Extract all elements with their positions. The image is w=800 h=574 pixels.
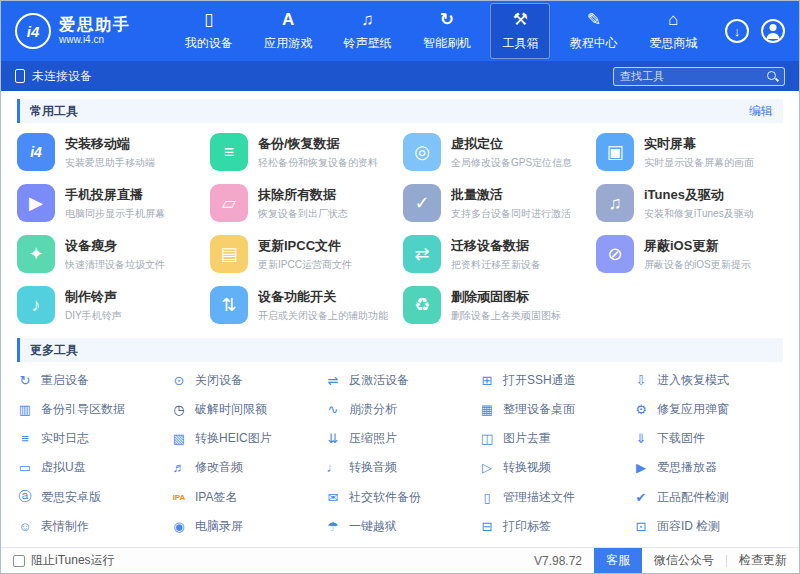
block-itunes-checkbox[interactable] [13,555,25,567]
nav-item-2[interactable]: A应用游戏 [252,3,324,59]
topbar-actions: ↓ [725,19,785,43]
more-tools-grid: ↻重启设备⊙关闭设备⇌反激活设备⊞打开SSH通道⇩进入恢复模式▥备份引导区数据◷… [1,362,799,539]
nav-item-4[interactable]: ↻智能刷机 [411,3,483,59]
tool-desc: 快速清理设备垃圾文件 [65,258,165,272]
nav-item-6[interactable]: ✎教程中心 [558,3,630,59]
emoji-maker-icon: ☺ [17,519,33,534]
more-tool-25[interactable]: ✔正品配件检测 [633,488,783,506]
more-tool-label: 反激活设备 [349,372,409,389]
nav-item-3[interactable]: ♫铃声壁纸 [332,3,404,59]
more-tool-8[interactable]: ∿崩溃分析 [325,401,475,418]
more-tool-label: 破解时间限额 [195,401,267,418]
tool-11[interactable]: ⇄迁移设备数据把资料迁移至新设备 [403,235,590,273]
deactivate-icon: ⇌ [325,373,341,388]
nav-toolbox-icon: ⚒ [513,10,528,30]
more-tool-22[interactable]: IPAIPA签名 [171,488,321,506]
more-tool-17[interactable]: ♬修改音频 [171,459,321,476]
more-tool-10[interactable]: ⚙修复应用弹窗 [633,401,783,418]
edit-link[interactable]: 编辑 [749,103,773,120]
search-icon[interactable] [767,71,778,82]
more-tool-21[interactable]: ⓐ爱思安卓版 [17,488,167,506]
virtual-usb-icon: ▭ [17,460,33,475]
more-tool-label: 备份引导区数据 [41,401,125,418]
tool-14[interactable]: ⇅设备功能开关开启或关闭设备上的辅助功能 [210,286,397,324]
search-input[interactable] [620,70,763,82]
android-icon: ⓐ [17,488,33,506]
more-tool-19[interactable]: ▷转换视频 [479,459,629,476]
tool-search [613,67,785,86]
more-tool-15[interactable]: ⇓下载固件 [633,430,783,447]
ringtone-note-icon: ♪ [17,286,55,324]
tool-1[interactable]: i4安装移动端安装爱思助手移动端 [17,133,204,171]
tool-12[interactable]: ⊘屏蔽iOS更新屏蔽设备的iOS更新提示 [596,235,783,273]
device-status[interactable]: 未连接设备 [15,68,92,85]
ssh-icon: ⊞ [479,373,495,388]
more-tool-label: 关闭设备 [195,372,243,389]
eraser-icon: ▱ [210,184,248,222]
status-bar: 阻止iTunes运行 V7.98.72 客服 微信公众号 检查更新 [1,547,799,573]
more-tool-2[interactable]: ⊙关闭设备 [171,372,321,389]
more-tool-9[interactable]: ▦整理设备桌面 [479,401,629,418]
tool-3[interactable]: ◎虚拟定位全局修改设备GPS定位信息 [403,133,590,171]
check-update-button[interactable]: 检查更新 [727,548,799,573]
nav-device-icon: ▯ [204,10,213,30]
tool-13[interactable]: ♪制作铃声DIY手机铃声 [17,286,204,324]
more-tool-30[interactable]: ⊡面容ID 检测 [633,518,783,535]
tool-title: 迁移设备数据 [451,237,541,255]
more-tool-label: 转换视频 [503,459,551,476]
device-status-label: 未连接设备 [32,68,92,85]
download-icon[interactable]: ↓ [725,19,749,43]
more-tool-14[interactable]: ◫图片去重 [479,430,629,447]
more-tool-18[interactable]: ♩转换音频 [325,459,475,476]
restart-icon: ↻ [17,373,33,388]
tool-desc: 恢复设备到出厂状态 [258,207,348,221]
tool-4[interactable]: ▣实时屏幕实时显示设备屏幕的画面 [596,133,783,171]
nav-item-7[interactable]: ⌂爱思商城 [637,3,709,59]
more-tool-label: 打开SSH通道 [503,372,576,389]
user-icon[interactable] [761,19,785,43]
more-tool-3[interactable]: ⇌反激活设备 [325,372,475,389]
more-tool-4[interactable]: ⊞打开SSH通道 [479,372,629,389]
nav-tutorial-icon: ✎ [587,10,601,30]
more-tool-13[interactable]: ⇊压缩照片 [325,430,475,447]
more-tool-5[interactable]: ⇩进入恢复模式 [633,372,783,389]
nav-item-1[interactable]: ▯我的设备 [173,3,245,59]
more-tool-label: 下载固件 [657,430,705,447]
block-itunes-label: 阻止iTunes运行 [31,552,115,569]
more-tool-29[interactable]: ⊟打印标签 [479,518,629,535]
tool-6[interactable]: ▱抹除所有数据恢复设备到出厂状态 [210,184,397,222]
more-tool-16[interactable]: ▭虚拟U盘 [17,459,167,476]
more-tool-11[interactable]: ≡实时日志 [17,430,167,447]
more-tool-27[interactable]: ◉电脑录屏 [171,518,321,535]
more-tool-7[interactable]: ◷破解时间限额 [171,401,321,418]
more-tool-26[interactable]: ☺表情制作 [17,518,167,535]
more-tool-label: IPA签名 [195,489,237,506]
more-tool-label: 面容ID 检测 [657,518,720,535]
tool-desc: 更新IPCC运营商文件 [258,258,352,272]
tool-8[interactable]: ♫iTunes及驱动安装和修复iTunes及驱动 [596,184,783,222]
more-tool-20[interactable]: ▶爱思播放器 [633,459,783,476]
more-tool-6[interactable]: ▥备份引导区数据 [17,401,167,418]
tool-10[interactable]: ▤更新IPCC文件更新IPCC运营商文件 [210,235,397,273]
tool-5[interactable]: ▶手机投屏直播电脑同步显示手机屏幕 [17,184,204,222]
jailbreak-icon: ☂ [325,519,341,534]
social-backup-icon: ✉ [325,490,341,505]
nav-item-5[interactable]: ⚒工具箱 [490,3,550,59]
backup-layers-icon: ≡ [210,133,248,171]
more-tool-12[interactable]: ▧转换HEIC图片 [171,430,321,447]
more-tool-28[interactable]: ☂一键越狱 [325,518,475,535]
tool-9[interactable]: ✦设备瘦身快速清理设备垃圾文件 [17,235,204,273]
more-tool-label: 社交软件备份 [349,489,421,506]
tool-15[interactable]: ♻删除顽固图标删除设备上各类顽固图标 [403,286,590,324]
more-tool-1[interactable]: ↻重启设备 [17,372,167,389]
tool-7[interactable]: ✓批量激活支持多台设备同时进行激活 [403,184,590,222]
more-tool-23[interactable]: ✉社交软件备份 [325,488,475,506]
wechat-account-button[interactable]: 微信公众号 [642,548,726,573]
nav-label: 爱思商城 [649,35,697,52]
more-tool-24[interactable]: ▯管理描述文件 [479,488,629,506]
version-label: V7.98.72 [522,548,594,573]
tool-desc: 屏蔽设备的iOS更新提示 [644,258,751,272]
more-tool-label: 崩溃分析 [349,401,397,418]
customer-service-button[interactable]: 客服 [594,548,642,573]
tool-2[interactable]: ≡备份/恢复数据轻松备份和恢复设备的资料 [210,133,397,171]
